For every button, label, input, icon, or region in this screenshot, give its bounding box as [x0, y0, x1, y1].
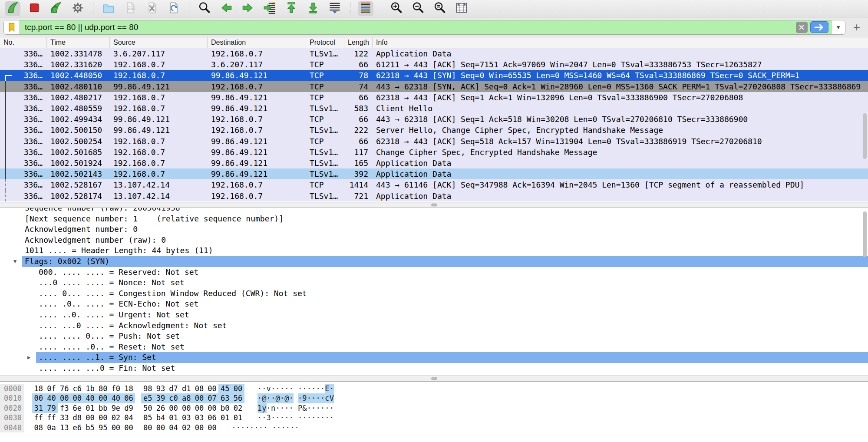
packet-row[interactable]: 336…1002.501685192.168.0.799.86.49.121TL…	[0, 147, 868, 158]
splitter-list-details[interactable]	[0, 202, 868, 208]
ascii-char[interactable]: ·	[271, 413, 275, 422]
ascii-char[interactable]: ·	[307, 393, 311, 403]
ascii-char[interactable]: ·	[320, 413, 325, 422]
expand-closed-icon[interactable]: ▶	[27, 352, 30, 363]
hex-byte[interactable]: 00	[193, 393, 206, 403]
ascii-char[interactable]: ·	[254, 423, 258, 432]
resize-columns-button[interactable]	[454, 1, 469, 16]
hex-byte[interactable]: 00	[154, 423, 167, 432]
ascii-char[interactable]: ·	[271, 393, 275, 403]
ascii-char[interactable]: P	[298, 403, 302, 413]
hex-byte[interactable]: 18	[32, 384, 45, 393]
ascii-char[interactable]: ·	[257, 413, 262, 422]
hex-byte[interactable]: 00	[96, 393, 109, 403]
hex-byte[interactable]: ff	[32, 413, 45, 422]
hex-byte[interactable]: 00	[193, 403, 206, 413]
detail-line[interactable]: .... ...0 .... = Acknowledgment: Not set	[0, 320, 868, 331]
ascii-char[interactable]: ·	[272, 423, 277, 432]
hex-byte[interactable]: a8	[180, 393, 193, 403]
detail-line[interactable]: .... .... ...0 = Fin: Not set	[0, 363, 868, 374]
packet-row[interactable]: 336…1002.500254192.168.0.799.86.49.121TC…	[0, 136, 868, 147]
ascii-char[interactable]: ·	[316, 413, 320, 422]
detail-line[interactable]: [Next sequence number: 1 (relative seque…	[0, 214, 868, 224]
column-header-protocol[interactable]: Protocol	[306, 37, 344, 48]
ascii-char[interactable]: ·	[298, 384, 302, 393]
hex-byte[interactable]: 00	[167, 403, 180, 413]
hex-byte[interactable]: 01	[84, 403, 97, 413]
ascii-char[interactable]: ·	[286, 423, 290, 432]
ascii-char[interactable]: ·	[284, 384, 289, 393]
ascii-char[interactable]: v	[267, 384, 271, 393]
ascii-char[interactable]: ·	[307, 413, 311, 422]
hex-byte[interactable]: 03	[180, 413, 193, 422]
details-scrollbar-thumb[interactable]	[863, 211, 867, 257]
ascii-char[interactable]: ·	[280, 403, 284, 413]
ascii-char[interactable]: ·	[311, 393, 316, 403]
packet-list-scrollbar-thumb[interactable]	[863, 113, 867, 159]
hex-byte[interactable]: 03	[193, 413, 206, 422]
column-header-destination[interactable]: Destination	[208, 37, 306, 48]
ascii-char[interactable]: 3	[267, 413, 271, 422]
hex-byte[interactable]: 00	[180, 403, 193, 413]
hex-row[interactable]: 0030ffff33d80000020405b4010303060101··3·…	[0, 413, 868, 422]
detail-line[interactable]: .... .... 0... = Push: Not set	[0, 331, 868, 342]
hex-byte[interactable]: 76	[58, 384, 71, 393]
ascii-char[interactable]: ·	[236, 423, 241, 432]
ascii-char[interactable]: @	[284, 393, 289, 403]
filter-query-text[interactable]: tcp.port == 80 || udp.port == 80	[25, 23, 796, 32]
detail-line[interactable]: Sequence number (raw): 2005041958	[0, 208, 868, 214]
go-forward-button[interactable]	[240, 1, 256, 16]
ascii-char[interactable]: ·	[289, 413, 293, 422]
hex-byte[interactable]: 33	[58, 413, 71, 422]
ascii-char[interactable]: ·	[241, 423, 245, 432]
hex-byte[interactable]: 00	[58, 393, 71, 403]
hex-byte[interactable]: 00	[206, 384, 219, 393]
ascii-char[interactable]: ·	[257, 384, 262, 393]
ascii-char[interactable]: ·	[271, 384, 275, 393]
hex-byte[interactable]: 18	[122, 384, 135, 393]
hex-byte[interactable]: 9e	[109, 403, 122, 413]
detail-line[interactable]: Acknowledgment number (raw): 0	[0, 235, 868, 246]
ascii-char[interactable]: ·	[294, 423, 299, 432]
packet-row[interactable]: 336…1002.49943499.86.49.121192.168.0.7TC…	[0, 114, 868, 125]
packet-row[interactable]: 336…1002.480217192.168.0.799.86.49.121TC…	[0, 92, 868, 103]
zoom-in-button[interactable]	[389, 1, 404, 16]
ascii-char[interactable]: ·	[289, 403, 293, 413]
ascii-char[interactable]: 9	[302, 393, 307, 403]
hex-row[interactable]: 00100040000040004006e539c0a800076356·@··…	[0, 393, 868, 403]
detail-line[interactable]: ▼Flags: 0x002 (SYN)	[0, 256, 868, 267]
detail-line[interactable]: 1011 .... = Header Length: 44 bytes (11)	[0, 245, 868, 256]
hex-byte[interactable]: 31	[32, 403, 45, 413]
hex-byte[interactable]: 01	[231, 413, 244, 422]
filter-apply-button[interactable]	[810, 21, 828, 33]
capture-options-button[interactable]	[70, 1, 86, 16]
hex-byte[interactable]: c6	[71, 384, 84, 393]
ascii-char[interactable]: ·	[302, 384, 307, 393]
packet-row[interactable]: 336…1002.331620192.168.0.73.6.207.117TCP…	[0, 59, 868, 70]
hex-byte[interactable]: 04	[167, 423, 180, 432]
packet-row[interactable]: 336…1002.448050192.168.0.799.86.49.121TC…	[0, 70, 868, 81]
hex-byte[interactable]: 00	[71, 393, 84, 403]
packet-row[interactable]: 336…1002.480559192.168.0.799.86.49.121TL…	[0, 103, 868, 114]
ascii-char[interactable]: ·	[330, 403, 334, 413]
ascii-char[interactable]: ·	[290, 423, 294, 432]
ascii-char[interactable]: ·	[316, 393, 320, 403]
hex-byte[interactable]: 63	[218, 393, 231, 403]
hex-byte[interactable]: 98	[141, 384, 154, 393]
ascii-char[interactable]: ·	[316, 384, 320, 393]
packet-list-header[interactable]: No.TimeSourceDestinationProtocolLengthIn…	[0, 37, 868, 48]
ascii-char[interactable]: ·	[275, 403, 280, 413]
zoom-out-button[interactable]	[410, 1, 426, 16]
ascii-char[interactable]: n	[271, 403, 275, 413]
ascii-char[interactable]: ·	[231, 423, 236, 432]
hex-byte[interactable]: b4	[154, 413, 167, 422]
ascii-char[interactable]: ·	[259, 423, 263, 432]
hex-byte[interactable]: 26	[154, 403, 167, 413]
ascii-char[interactable]: ·	[320, 403, 325, 413]
ascii-char[interactable]: ·	[277, 423, 281, 432]
hex-byte[interactable]: f3	[58, 403, 71, 413]
ascii-char[interactable]: ·	[280, 384, 284, 393]
ascii-char[interactable]: ·	[311, 384, 316, 393]
packet-row[interactable]: 336…1002.52817413.107.42.14192.168.0.7TL…	[0, 190, 868, 201]
ascii-char[interactable]: ·	[330, 413, 334, 422]
